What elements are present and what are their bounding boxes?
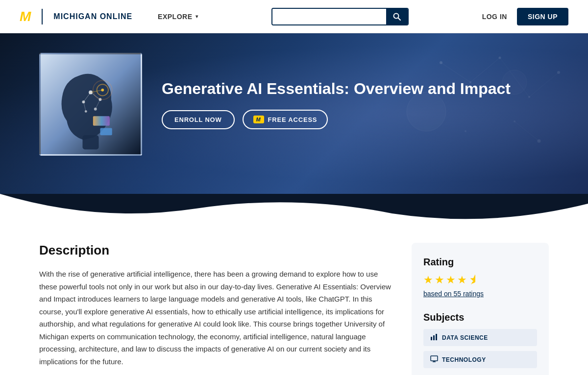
svg-rect-18 <box>82 135 98 149</box>
michigan-logo-icon: M <box>253 116 264 123</box>
free-access-label: FREE ACCESS <box>268 116 318 123</box>
search-container <box>271 8 409 25</box>
rating-title: Rating <box>423 257 537 268</box>
sidebar-card: Rating ★ ★ ★ ★ ⯨ based on 55 ratings Sub… <box>412 243 549 375</box>
subjects-section: Subjects DATA SCIENCE <box>423 312 537 368</box>
data-science-icon <box>430 333 438 342</box>
svg-rect-32 <box>93 116 110 125</box>
description-body: With the rise of generative artificial i… <box>39 268 392 368</box>
signup-button[interactable]: SIGN UP <box>517 8 568 25</box>
svg-line-15 <box>529 72 559 97</box>
logo-divider <box>42 9 43 24</box>
logo-text: MICHIGAN ONLINE <box>53 12 132 21</box>
svg-rect-34 <box>431 337 432 340</box>
main-content: Description With the rise of generative … <box>0 223 588 375</box>
content-left: Description With the rise of generative … <box>39 243 392 375</box>
star-3: ★ <box>446 274 456 286</box>
hero-title: Generative AI Essentials: Overview and I… <box>162 79 511 98</box>
rating-section: Rating ★ ★ ★ ★ ⯨ based on 55 ratings <box>423 257 537 298</box>
main-nav: EXPLORE ▾ <box>158 13 198 21</box>
wave-divider <box>0 194 588 223</box>
stars-display: ★ ★ ★ ★ ⯨ <box>423 274 537 286</box>
header-actions: LOG IN SIGN UP <box>482 8 568 25</box>
chevron-down-icon: ▾ <box>196 14 198 19</box>
subjects-title: Subjects <box>423 312 537 323</box>
wave-svg <box>0 194 588 223</box>
subject-tag-data-science[interactable]: DATA SCIENCE <box>423 329 537 346</box>
sidebar: Rating ★ ★ ★ ★ ⯨ based on 55 ratings Sub… <box>412 243 549 375</box>
logo-m-icon: M <box>20 9 31 24</box>
svg-rect-35 <box>433 335 435 340</box>
header: M MICHIGAN ONLINE EXPLORE ▾ LOG IN SIGN … <box>0 0 588 33</box>
star-4: ★ <box>457 274 467 286</box>
star-2: ★ <box>435 274 444 286</box>
svg-point-8 <box>538 140 541 143</box>
svg-line-16 <box>514 121 539 141</box>
logo-area: M MICHIGAN ONLINE EXPLORE ▾ <box>20 9 198 24</box>
svg-point-5 <box>528 96 530 98</box>
svg-point-7 <box>514 120 515 122</box>
hero-buttons: ENROLL NOW M FREE ACCESS <box>162 110 511 129</box>
rating-link[interactable]: based on 55 ratings <box>423 290 484 298</box>
explore-button[interactable]: EXPLORE ▾ <box>158 13 198 21</box>
subject-tag-technology[interactable]: TECHNOLOGY <box>423 351 537 368</box>
login-button[interactable]: LOG IN <box>482 13 507 21</box>
svg-rect-36 <box>436 334 437 340</box>
hero-banner: Generative AI Essentials: Overview and I… <box>0 33 588 195</box>
enroll-now-button[interactable]: ENROLL NOW <box>162 110 235 129</box>
svg-point-6 <box>557 71 560 74</box>
technology-icon <box>430 355 438 364</box>
svg-rect-37 <box>431 356 438 361</box>
explore-label: EXPLORE <box>158 13 192 21</box>
search-button[interactable] <box>386 9 408 24</box>
subject-tags: DATA SCIENCE TECHNOLOGY <box>423 329 537 368</box>
svg-point-22 <box>94 108 97 111</box>
hero-content: Generative AI Essentials: Overview and I… <box>39 53 511 156</box>
search-icon <box>393 13 401 21</box>
subject-label-technology: TECHNOLOGY <box>442 356 486 363</box>
free-access-button[interactable]: M FREE ACCESS <box>243 110 328 129</box>
course-image <box>39 53 142 156</box>
svg-rect-33 <box>100 128 112 136</box>
search-input[interactable] <box>272 9 386 24</box>
course-image-svg <box>41 54 141 154</box>
star-1: ★ <box>423 274 433 286</box>
hero-text-area: Generative AI Essentials: Overview and I… <box>162 79 511 129</box>
subject-label-data-science: DATA SCIENCE <box>442 334 488 341</box>
description-heading: Description <box>39 243 392 258</box>
svg-line-1 <box>398 18 400 20</box>
star-half: ⯨ <box>468 274 479 286</box>
